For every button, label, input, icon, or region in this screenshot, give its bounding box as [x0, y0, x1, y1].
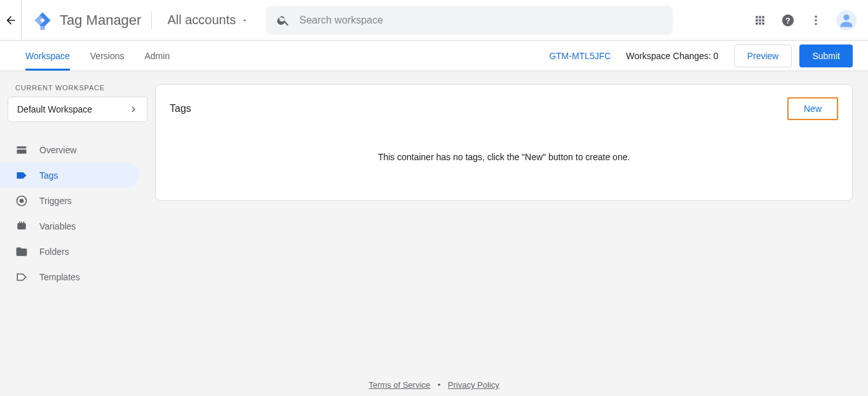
account-avatar[interactable] [836, 10, 857, 31]
arrow-left-icon [4, 14, 17, 27]
svg-point-10 [20, 199, 24, 203]
nav-triggers[interactable]: Triggers [0, 188, 140, 214]
back-button[interactable] [0, 0, 22, 41]
accounts-label: All accounts [167, 13, 236, 27]
trigger-icon [15, 195, 28, 207]
tag-manager-logo-icon [33, 11, 52, 30]
tab-admin[interactable]: Admin [134, 41, 180, 71]
nav-folders[interactable]: Folders [0, 239, 140, 264]
new-tag-button[interactable]: New [787, 97, 838, 120]
variable-icon [15, 220, 28, 233]
tag-icon [15, 169, 28, 182]
help-button[interactable]: ? [780, 13, 796, 28]
current-workspace-label: CURRENT WORKSPACE [0, 84, 155, 92]
workspace-selector[interactable]: Default Workspace [8, 97, 147, 122]
svg-rect-12 [19, 222, 20, 224]
user-icon [837, 11, 855, 29]
apps-button[interactable] [752, 13, 768, 28]
folder-icon [15, 245, 28, 258]
chevron-right-icon [128, 104, 139, 115]
overview-icon [15, 144, 28, 156]
nav-tags[interactable]: Tags [0, 163, 140, 188]
apps-icon [754, 14, 766, 27]
accounts-dropdown[interactable]: All accounts [162, 10, 254, 30]
more-button[interactable] [808, 13, 824, 28]
svg-point-3 [815, 15, 817, 17]
help-icon: ? [781, 13, 795, 27]
search-input[interactable] [299, 15, 663, 26]
template-icon [15, 271, 28, 283]
product-name: Tag Manager [60, 12, 141, 29]
more-vert-icon [810, 14, 822, 27]
footer: Terms of Service • Privacy Policy [0, 380, 868, 390]
divider [151, 11, 152, 29]
container-id-link[interactable]: GTM-MTL5JFC [549, 51, 611, 61]
svg-rect-13 [21, 222, 22, 224]
svg-rect-7 [17, 146, 27, 148]
svg-point-5 [815, 23, 817, 25]
nav-variables[interactable]: Variables [0, 214, 140, 239]
empty-tags-message: This container has no tags, click the "N… [170, 152, 838, 162]
tags-card: Tags New This container has no tags, cli… [155, 84, 853, 201]
card-title: Tags [170, 103, 191, 114]
nav-templates[interactable]: Templates [0, 264, 140, 290]
svg-point-6 [843, 14, 849, 20]
preview-button[interactable]: Preview [734, 44, 792, 67]
search-field[interactable] [266, 6, 673, 35]
nav-overview[interactable]: Overview [0, 137, 140, 163]
svg-rect-8 [17, 149, 27, 154]
svg-rect-14 [24, 222, 25, 224]
workspace-changes-label: Workspace Changes: 0 [626, 51, 718, 61]
privacy-link[interactable]: Privacy Policy [448, 380, 499, 390]
terms-link[interactable]: Terms of Service [369, 380, 430, 390]
tab-workspace[interactable]: Workspace [15, 41, 80, 71]
search-icon [276, 13, 290, 27]
svg-point-4 [815, 19, 817, 21]
svg-rect-11 [17, 223, 25, 229]
svg-text:?: ? [785, 15, 790, 25]
tab-versions[interactable]: Versions [80, 41, 135, 71]
workspace-name: Default Workspace [17, 104, 92, 114]
submit-button[interactable]: Submit [799, 44, 853, 67]
caret-down-icon [241, 17, 248, 24]
